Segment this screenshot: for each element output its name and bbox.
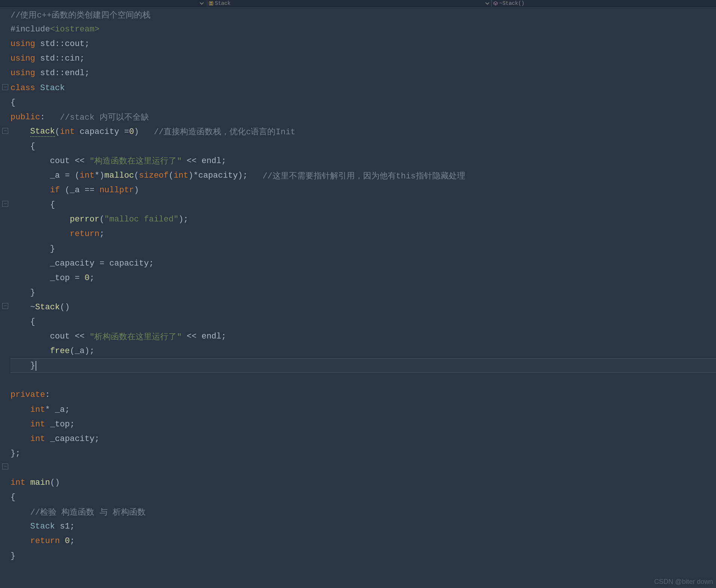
code-line[interactable]: using std::endl;	[10, 66, 716, 80]
gutter-row[interactable]	[0, 444, 10, 459]
gutter-row[interactable]	[0, 269, 10, 284]
gutter-row[interactable]: −	[0, 298, 10, 313]
fold-minus-icon[interactable]: −	[2, 463, 8, 469]
fold-minus-icon[interactable]: −	[2, 303, 8, 309]
code-line[interactable]: return;	[10, 227, 716, 241]
chevron-down-icon	[199, 1, 204, 6]
gutter-row[interactable]	[0, 182, 10, 196]
gutter-row[interactable]	[0, 415, 10, 430]
text-cursor	[36, 361, 36, 371]
gutter-row[interactable]	[0, 240, 10, 255]
gutter-row[interactable]	[0, 328, 10, 342]
gutter-row[interactable]	[0, 284, 10, 298]
chevron-down-icon	[485, 1, 490, 6]
gutter-row[interactable]	[0, 401, 10, 415]
svg-rect-0	[209, 1, 213, 5]
fold-minus-icon[interactable]: −	[2, 128, 8, 134]
code-line[interactable]: _a = (int*)malloc(sizeof(int)*capacity);…	[10, 168, 716, 183]
code-line[interactable]	[10, 373, 716, 388]
struct-icon	[209, 1, 213, 6]
code-line[interactable]: _capacity = capacity;	[10, 256, 716, 271]
svg-rect-1	[210, 2, 212, 3]
gutter-row[interactable]	[0, 167, 10, 182]
gutter-row[interactable]	[0, 386, 10, 401]
scope-dropdown-member[interactable]: ~Stack()	[491, 0, 716, 6]
code-line[interactable]: free(_a);	[10, 344, 716, 358]
code-line[interactable]: perror("malloc failed");	[10, 212, 716, 227]
gutter-row[interactable]	[0, 503, 10, 517]
gutter-row[interactable]: −	[0, 123, 10, 138]
gutter-row[interactable]	[0, 109, 10, 123]
code-line[interactable]: }	[10, 548, 716, 563]
code-line[interactable]: Stack s1;	[10, 519, 716, 534]
code-line[interactable]: public: //stack 内可以不全缺	[10, 110, 716, 125]
code-line[interactable]: #include<iostream>	[10, 22, 716, 37]
code-line[interactable]: }	[10, 285, 716, 300]
gutter-row[interactable]	[0, 371, 10, 386]
gutter-row[interactable]	[0, 357, 10, 371]
watermark: CSDN @biter down	[654, 578, 713, 586]
code-line[interactable]: _top = 0;	[10, 271, 716, 285]
code-line[interactable]: {	[10, 95, 716, 110]
gutter-row[interactable]	[0, 94, 10, 109]
gutter-row[interactable]	[0, 7, 10, 21]
code-line[interactable]: int _capacity;	[10, 432, 716, 446]
code-line[interactable]: return 0;	[10, 534, 716, 548]
code-line[interactable]: //使用c++函数的类创建四个空间的栈	[10, 7, 716, 22]
gutter-row[interactable]	[0, 21, 10, 36]
scope-dropdown-class[interactable]: Stack	[207, 0, 491, 6]
gutter-row[interactable]	[0, 517, 10, 532]
code-line[interactable]: ~Stack()	[10, 300, 716, 315]
gutter-row[interactable]	[0, 474, 10, 488]
gutter-row[interactable]: −	[0, 196, 10, 211]
code-line[interactable]: cout << "析构函数在这里运行了" << endl;	[10, 329, 716, 344]
code-line[interactable]: int main()	[10, 475, 716, 490]
gutter-row[interactable]	[0, 532, 10, 546]
code-line[interactable]: {	[10, 315, 716, 329]
gutter-row[interactable]: −	[0, 80, 10, 94]
code-line[interactable]: {	[10, 197, 716, 212]
code-line[interactable]	[10, 461, 716, 475]
gutter-row[interactable]	[0, 342, 10, 357]
code-line[interactable]: };	[10, 446, 716, 461]
class-label: Stack	[215, 0, 231, 6]
gutter-row[interactable]	[0, 138, 10, 153]
gutter-row[interactable]: −	[0, 459, 10, 474]
code-line[interactable]: class Stack	[10, 80, 716, 95]
gutter-row[interactable]	[0, 255, 10, 269]
fold-gutter[interactable]: −−−−−	[0, 7, 10, 588]
code-line[interactable]: private:	[10, 388, 716, 402]
gutter-row[interactable]	[0, 226, 10, 240]
code-line[interactable]: {	[10, 139, 716, 154]
gutter-row[interactable]	[0, 430, 10, 444]
code-line[interactable]: }	[10, 358, 716, 373]
scope-dropdown-left[interactable]	[0, 0, 207, 6]
member-label: ~Stack()	[499, 0, 524, 6]
code-line[interactable]: //检验 构造函数 与 析构函数	[10, 505, 716, 519]
code-line[interactable]: int* _a;	[10, 402, 716, 417]
breadcrumb-bar: Stack ~Stack()	[0, 0, 716, 7]
fold-minus-icon[interactable]: −	[2, 201, 8, 207]
svg-rect-2	[210, 4, 212, 4]
gutter-row[interactable]	[0, 36, 10, 50]
code-line[interactable]: if (_a == nullptr)	[10, 183, 716, 197]
code-editor[interactable]: //使用c++函数的类创建四个空间的栈#include<iostream>usi…	[10, 7, 716, 588]
gutter-row[interactable]	[0, 211, 10, 226]
fold-minus-icon[interactable]: −	[2, 84, 8, 90]
gutter-row[interactable]	[0, 153, 10, 167]
gutter-row[interactable]	[0, 488, 10, 503]
code-line[interactable]: using std::cout;	[10, 37, 716, 51]
gutter-row[interactable]	[0, 313, 10, 328]
code-line[interactable]: }	[10, 242, 716, 256]
gutter-row[interactable]	[0, 65, 10, 80]
cube-icon	[493, 1, 498, 6]
code-line[interactable]: cout << "构造函数在这里运行了" << endl;	[10, 154, 716, 168]
gutter-row[interactable]	[0, 50, 10, 65]
code-line[interactable]: Stack(int capacity =0) //直接构造函数栈，优化c语言的I…	[10, 125, 716, 139]
code-line[interactable]: {	[10, 490, 716, 505]
code-line[interactable]: int _top;	[10, 417, 716, 432]
code-line[interactable]: using std::cin;	[10, 51, 716, 66]
